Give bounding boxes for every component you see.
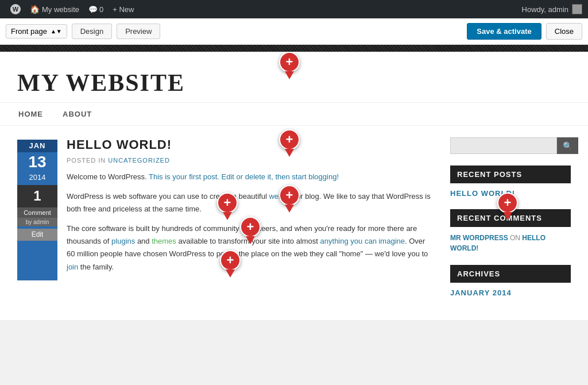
pin-circle-1[interactable]: +: [279, 52, 300, 72]
comment-label: Comment: [17, 207, 57, 218]
pin-circle-6[interactable]: +: [220, 250, 241, 271]
pin-marker-7[interactable]: +: [497, 192, 518, 220]
sidebar-search: 🔍: [450, 137, 571, 154]
pin-tail-2: [285, 149, 294, 157]
site-nav: HOME ABOUT: [0, 102, 588, 126]
pin-tail-5: [246, 236, 255, 244]
search-button[interactable]: 🔍: [557, 137, 578, 154]
archive-link-1[interactable]: JANUARY 2014: [450, 288, 571, 297]
nav-home[interactable]: HOME: [17, 103, 44, 125]
admin-avatar: [572, 4, 582, 14]
search-input[interactable]: [450, 137, 557, 154]
close-button[interactable]: Close: [546, 23, 582, 40]
pin-marker-4[interactable]: +: [217, 192, 238, 220]
page-select-label: Front page: [11, 27, 47, 36]
site-name-label: My website: [42, 5, 79, 14]
preview-wrapper: + MY WEBSITE + HOME ABOUT +: [0, 52, 588, 320]
link-plugins[interactable]: plugins: [111, 237, 135, 245]
pin-marker-6[interactable]: +: [220, 250, 241, 278]
comment-number: 1: [17, 185, 57, 207]
link-anything[interactable]: anything you can imagine: [320, 237, 405, 245]
by-admin-label: by admin: [17, 218, 57, 226]
chevron-down-icon: ▲▼: [51, 28, 62, 34]
post-day: 13: [17, 152, 57, 172]
save-activate-button[interactable]: Save & activate: [467, 23, 541, 40]
commenter-name: MR WORDPRESS: [450, 234, 508, 242]
pin-tail-3: [285, 205, 294, 213]
post-meta: POSTED IN UNCATEGORIZED: [67, 157, 433, 164]
pin-tail-4: [223, 212, 232, 220]
new-label: + New: [113, 5, 134, 14]
pin-marker-3[interactable]: +: [279, 185, 300, 213]
comment-count: 0: [99, 5, 103, 14]
meta-prefix: POSTED IN: [67, 157, 106, 164]
link-themes[interactable]: themes: [152, 237, 176, 245]
howdy-label: Howdy, admin: [522, 5, 568, 14]
on-label: ON: [510, 234, 522, 242]
pin-marker-1[interactable]: +: [279, 52, 300, 79]
nav-about[interactable]: ABOUT: [61, 103, 93, 125]
post-title: HELLO WORLD!: [67, 137, 433, 152]
wp-logo-item[interactable]: W: [6, 0, 25, 18]
design-button[interactable]: Design: [72, 24, 112, 39]
wp-logo-icon: W: [10, 4, 21, 14]
post-paragraph-2: WordPress is web software you can use to…: [67, 190, 433, 215]
archives-widget: ARCHIVES JANUARY 2014: [450, 265, 571, 297]
edit-button[interactable]: Edit: [17, 229, 57, 241]
preview-button[interactable]: Preview: [117, 24, 160, 39]
archives-title: ARCHIVES: [450, 265, 571, 283]
post-paragraph-1: Welcome to WordPress. This is your first…: [67, 171, 433, 183]
comments-item[interactable]: 💬 0: [84, 0, 108, 18]
recent-comment-1: MR WORDPRESS ON HELLO WORLD!: [450, 233, 571, 253]
sidebar: 🔍 RECENT POSTS HELLO WORLD! + RECENT COM…: [450, 137, 571, 309]
new-content-item[interactable]: + New: [108, 0, 138, 18]
pin-tail-7: [503, 212, 512, 220]
post-date-badge: JAN 13 2014 1 Comment by admin Edit: [17, 140, 57, 280]
pin-circle-5[interactable]: +: [240, 217, 261, 237]
main-column: JAN 13 2014 1 Comment by admin Edit HELL…: [17, 137, 450, 309]
pin-tail-6: [226, 270, 235, 278]
texture-bar: [0, 45, 588, 52]
site-name-item[interactable]: 🏠 My website: [25, 0, 84, 18]
post-month: JAN: [17, 140, 57, 152]
toolbar: Front page ▲▼ Design Preview Save & acti…: [0, 18, 588, 45]
post-content: HELLO WORLD! POSTED IN UNCATEGORIZED Wel…: [67, 137, 433, 280]
pin-tail-1: [285, 71, 294, 79]
pin-circle-3[interactable]: +: [279, 185, 300, 206]
pin-marker-2[interactable]: +: [279, 129, 300, 157]
pin-marker-5[interactable]: +: [240, 217, 261, 244]
post: JAN 13 2014 1 Comment by admin Edit HELL…: [17, 137, 433, 280]
home-icon: 🏠: [30, 5, 40, 14]
admin-bar: W 🏠 My website 💬 0 + New Howdy, admin: [0, 0, 588, 18]
pin-circle-2[interactable]: +: [279, 129, 300, 150]
admin-right: Howdy, admin: [522, 4, 582, 14]
meta-category[interactable]: UNCATEGORIZED: [108, 157, 170, 164]
pin-circle-4[interactable]: +: [217, 192, 238, 213]
recent-posts-title: RECENT POSTS: [450, 165, 571, 183]
page-select[interactable]: Front page ▲▼: [6, 24, 67, 38]
pin-circle-7[interactable]: +: [497, 192, 518, 213]
comment-icon: 💬: [88, 5, 98, 14]
post-year: 2014: [17, 172, 57, 183]
link-join[interactable]: join: [67, 263, 78, 271]
